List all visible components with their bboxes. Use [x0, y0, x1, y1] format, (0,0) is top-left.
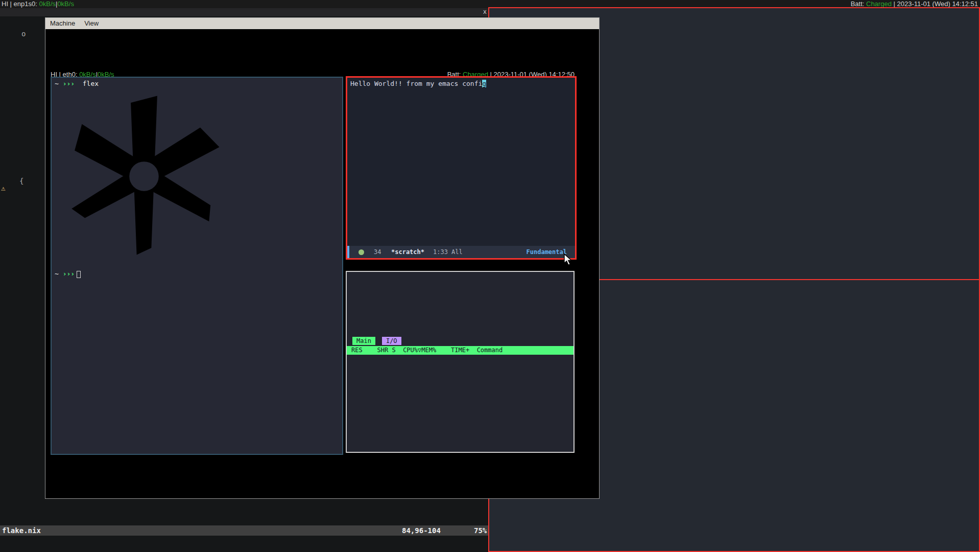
htop-table-header[interactable]: RES SHR S CPU%▽MEM% TIME+ Command [347, 346, 573, 355]
nixos-logo [55, 91, 233, 260]
tab-main[interactable]: Main [352, 337, 375, 345]
menu-machine[interactable]: Machine [45, 19, 80, 27]
editor-tab-bar[interactable] [0, 8, 488, 16]
qemu-menu-bar[interactable]: MachineView [45, 18, 599, 29]
modeline-buffer-name: *scratch* [391, 246, 424, 258]
qemu-window[interactable]: MachineView HI | eth0: 0kB/s|0kB/s Batt:… [45, 17, 600, 499]
emacs-modeline: 34 *scratch* 1:33 All Fundamental [347, 246, 575, 258]
htop-function-keys[interactable] [347, 442, 573, 451]
code-fragment: { [19, 177, 23, 185]
modeline-status-dot [358, 249, 364, 255]
menu-view[interactable]: View [80, 19, 103, 27]
neofetch-terminal[interactable]: ~ ››› flex [51, 77, 343, 455]
editor-status-bar: flake.nix 84,96-104 75% [0, 525, 488, 536]
modeline-accent [347, 246, 349, 258]
tab-io[interactable]: I/O [382, 337, 401, 345]
mouse-cursor [564, 254, 575, 266]
shell-prompt-empty[interactable]: ~ ››› [55, 270, 81, 278]
file-name: flake.nix [2, 525, 41, 536]
desktop: HI | enp1s0: 0kB/s|0kB/s Batt: Charged |… [0, 0, 980, 552]
htop-tabs[interactable]: MainI/O [352, 337, 408, 345]
vm-screen[interactable]: HI | eth0: 0kB/s|0kB/s Batt: Charged | 2… [45, 29, 599, 498]
modeline-major-mode: Fundamental [527, 246, 567, 258]
modeline-position: 1:33 All [433, 246, 463, 258]
terminal-cursor [77, 271, 81, 278]
scroll-percent: 75% [474, 525, 487, 536]
emacs-window[interactable]: Hello World!! from my emacs config 34 *s… [346, 76, 577, 260]
shell-prompt: ~ ››› flex [55, 80, 99, 87]
network-status: HI | enp1s0: 0kB/s|0kB/s [2, 0, 74, 8]
cursor-position: 84,96-104 [402, 525, 441, 536]
warning-icon: ⚠ [1, 184, 5, 192]
modeline-line-number: 34 [374, 246, 381, 258]
emacs-cursor: g [482, 80, 486, 87]
code-fragment: o [21, 30, 26, 38]
emacs-buffer[interactable]: Hello World!! from my emacs config [350, 80, 486, 87]
htop-window[interactable]: MainI/O RES SHR S CPU%▽MEM% TIME+ Comman… [346, 271, 575, 453]
close-icon[interactable]: x [483, 8, 487, 15]
